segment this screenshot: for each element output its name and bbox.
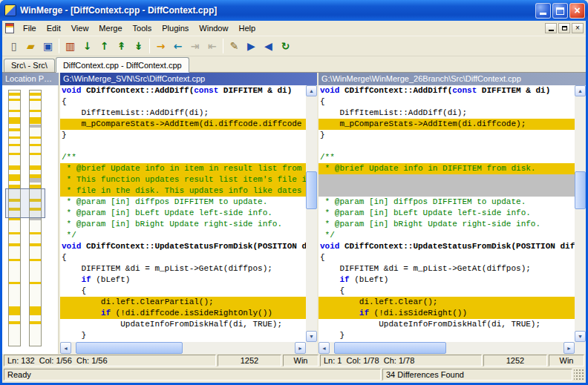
diff-marker[interactable]: [9, 128, 20, 131]
mdi-minimize-button[interactable]: [545, 23, 557, 33]
diff-marker[interactable]: [30, 282, 41, 284]
diff-marker[interactable]: [30, 153, 41, 155]
location-pane-body[interactable]: [2, 85, 59, 354]
copy-right-advance-button[interactable]: ⇥: [186, 38, 203, 55]
menu-view[interactable]: View: [66, 21, 94, 36]
code-line: */: [60, 230, 306, 241]
save-button[interactable]: ▣: [39, 38, 56, 55]
mdi-close-button[interactable]: ×: [572, 23, 584, 33]
right-vertical-scrollbar[interactable]: ▲ ▼: [575, 85, 586, 342]
diff-marker[interactable]: [30, 117, 41, 124]
code-pane-right[interactable]: void CDiffContext::AddDiff(const DIFFITE…: [318, 85, 575, 342]
scroll-thumb[interactable]: [334, 342, 446, 354]
refresh-button[interactable]: ↻: [277, 38, 294, 55]
location-bar-2[interactable]: [29, 90, 42, 346]
code-line: [318, 185, 575, 197]
all-left-button[interactable]: ◀: [260, 38, 277, 55]
copy-left-button[interactable]: ←: [169, 38, 186, 55]
diff-marker[interactable]: [30, 125, 41, 128]
diff-marker[interactable]: [30, 144, 41, 146]
diff-marker[interactable]: [9, 321, 20, 324]
right-horizontal-scrollbar[interactable]: ◄ ►: [318, 342, 586, 354]
minimize-button[interactable]: [535, 3, 551, 19]
copy-left-advance-button[interactable]: ⇤: [203, 38, 220, 55]
mdi-restore-button[interactable]: [558, 23, 570, 33]
scroll-right-button[interactable]: ►: [564, 342, 575, 354]
scroll-track[interactable]: [575, 96, 586, 331]
diff-marker[interactable]: [30, 174, 41, 178]
diff-marker[interactable]: [9, 232, 20, 234]
diff-marker[interactable]: [9, 117, 20, 124]
diff-marker[interactable]: [30, 243, 41, 246]
menu-window[interactable]: Window: [194, 21, 233, 36]
scroll-thumb[interactable]: [575, 171, 586, 209]
next-diff-button[interactable]: ↓: [79, 38, 96, 55]
diff-marker[interactable]: [9, 144, 20, 146]
scroll-track[interactable]: [71, 342, 295, 354]
diff-marker[interactable]: [9, 93, 20, 95]
scroll-down-button[interactable]: ▼: [306, 331, 317, 342]
maximize-button[interactable]: [552, 3, 568, 19]
select-line-diff-button[interactable]: ▥: [62, 38, 79, 55]
auto-merge-button[interactable]: ✎: [226, 38, 243, 55]
menu-tools[interactable]: Tools: [128, 21, 157, 36]
prev-diff-button[interactable]: ↑: [96, 38, 113, 55]
diff-marker[interactable]: [30, 110, 41, 112]
diff-marker[interactable]: [9, 243, 20, 246]
title-bar[interactable]: WinMerge - [DiffContext.cpp - DiffContex…: [0, 0, 588, 21]
diff-marker[interactable]: [30, 93, 41, 95]
diff-marker[interactable]: [30, 218, 41, 220]
diff-marker[interactable]: [9, 165, 20, 170]
menu-merge[interactable]: Merge: [94, 21, 127, 36]
scroll-thumb[interactable]: [76, 342, 183, 354]
diff-marker[interactable]: [9, 259, 20, 261]
last-diff-button[interactable]: ↡: [130, 38, 147, 55]
diff-marker[interactable]: [30, 165, 41, 170]
code-pane-left[interactable]: void CDiffContext::AddDiff(const DIFFITE…: [60, 85, 306, 342]
diff-marker[interactable]: [30, 178, 41, 182]
location-view-rect[interactable]: [5, 188, 45, 218]
diff-marker[interactable]: [9, 218, 20, 220]
scroll-track[interactable]: [330, 342, 564, 354]
scroll-up-button[interactable]: ▲: [575, 85, 586, 96]
menu-file[interactable]: File: [18, 21, 42, 36]
diff-marker[interactable]: [30, 321, 41, 324]
first-diff-button[interactable]: ↟: [113, 38, 130, 55]
scroll-thumb[interactable]: [306, 171, 317, 209]
open-button[interactable]: ▰: [22, 38, 39, 55]
scroll-left-button[interactable]: ◄: [318, 342, 330, 354]
left-eol-style: Win: [283, 355, 318, 366]
scroll-down-button[interactable]: ▼: [575, 331, 586, 342]
diff-marker[interactable]: [30, 306, 41, 315]
diff-marker[interactable]: [9, 110, 20, 112]
menu-help[interactable]: Help: [233, 21, 261, 36]
all-right-button[interactable]: ▶: [243, 38, 260, 55]
scroll-right-button[interactable]: ►: [295, 342, 306, 354]
new-button[interactable]: ▯: [5, 38, 22, 55]
left-vertical-scrollbar[interactable]: ▲ ▼: [306, 85, 317, 342]
left-horizontal-scrollbar[interactable]: ◄ ►: [60, 342, 317, 354]
code-line: [318, 174, 575, 185]
diff-marker[interactable]: [9, 174, 20, 182]
diff-marker[interactable]: [30, 259, 41, 261]
diff-marker[interactable]: [9, 306, 20, 315]
location-bar-1[interactable]: [8, 90, 21, 346]
resize-grip[interactable]: [574, 369, 584, 381]
diff-marker[interactable]: [30, 232, 41, 234]
scroll-up-button[interactable]: ▲: [306, 85, 317, 96]
tab-1[interactable]: Src\ - Src\: [4, 59, 55, 72]
diff-marker[interactable]: [30, 99, 41, 101]
diff-marker[interactable]: [30, 136, 41, 139]
menu-edit[interactable]: Edit: [42, 21, 66, 36]
diff-marker[interactable]: [9, 136, 20, 139]
tab-2[interactable]: DiffContext.cpp - DiffContext.cpp: [56, 57, 189, 73]
menu-plugins[interactable]: Plugins: [157, 21, 194, 36]
scroll-track[interactable]: [306, 96, 317, 331]
close-button[interactable]: ×: [569, 3, 585, 19]
right-file-header: G:\WinMerge\WinMerge_26Branch\Src\DiffCo…: [318, 73, 586, 85]
diff-marker[interactable]: [9, 282, 20, 284]
diff-marker[interactable]: [9, 99, 20, 101]
diff-marker[interactable]: [9, 153, 20, 155]
copy-right-button[interactable]: →: [152, 38, 169, 55]
scroll-left-button[interactable]: ◄: [60, 342, 71, 354]
